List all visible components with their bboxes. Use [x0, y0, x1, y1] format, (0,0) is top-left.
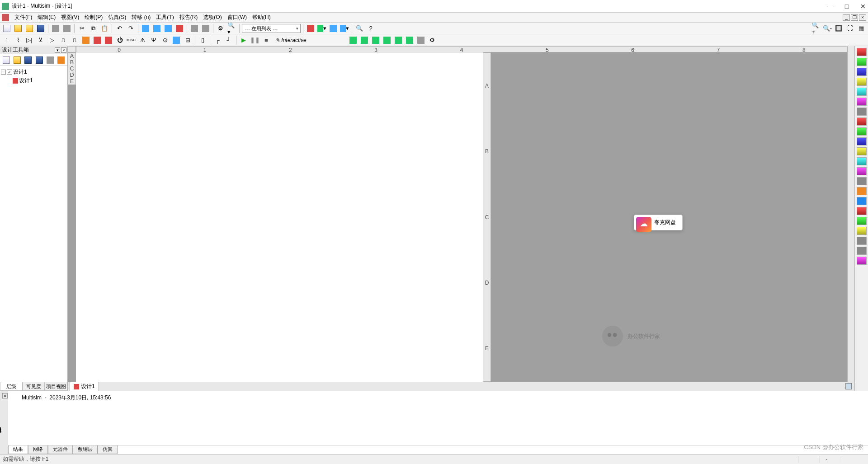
print-preview-button[interactable] — [62, 23, 72, 33]
open-sample-button[interactable] — [24, 23, 34, 33]
panel-refresh-button[interactable] — [57, 55, 66, 65]
analysis-button-3[interactable] — [371, 35, 381, 45]
grapher-button[interactable] — [175, 23, 184, 33]
pause-button[interactable]: ❚❚ — [250, 35, 260, 45]
panel-rename-button[interactable] — [45, 55, 55, 65]
zoom-area-button[interactable]: 🔲 — [834, 23, 844, 33]
analysis-button-4[interactable] — [382, 35, 392, 45]
mdi-close-button[interactable]: × — [859, 14, 866, 21]
new-button[interactable] — [2, 23, 12, 33]
canvas-tab-design1[interactable]: 设计1 — [70, 382, 99, 391]
analysis-button-7[interactable] — [416, 35, 426, 45]
place-transistor-button[interactable]: ⊻ — [36, 35, 46, 45]
menu-file[interactable]: 文件(F) — [12, 13, 35, 22]
run-button[interactable]: ▶ — [239, 35, 249, 45]
zoom-in-button[interactable]: 🔍+ — [811, 23, 821, 33]
place-rf-button[interactable]: Ψ — [149, 35, 159, 45]
analysis-button-5[interactable] — [393, 35, 403, 45]
sstab-components[interactable]: 元器件 — [48, 445, 73, 454]
schematic-sheet[interactable] — [76, 52, 483, 382]
place-ni-button[interactable] — [171, 35, 181, 45]
erc-button[interactable] — [306, 23, 316, 33]
sstab-nets[interactable]: 网络 — [28, 445, 48, 454]
ultiboard-export-button[interactable]: ▾ — [317, 23, 327, 33]
toggle-grid-button[interactable] — [141, 23, 151, 33]
toggle-border-button[interactable] — [152, 23, 162, 33]
analysis-button-6[interactable] — [405, 35, 415, 45]
instrument-distortion-analyzer[interactable] — [857, 157, 867, 165]
panel-pin-button[interactable]: ▾ — [55, 47, 60, 53]
tab-hierarchy[interactable]: 层级 — [0, 382, 23, 391]
menu-simulate[interactable]: 仿真(S) — [105, 13, 129, 22]
find-button[interactable]: 🔍 — [354, 23, 364, 33]
copy-button[interactable]: ⧉ — [88, 23, 98, 33]
full-screen-button[interactable]: ▦ — [856, 23, 866, 33]
instrument-ni-elvis[interactable] — [857, 237, 867, 245]
instrument-spectrum-analyzer[interactable] — [857, 167, 867, 175]
menu-place[interactable]: 绘制(P) — [82, 13, 105, 22]
place-hierarchical-button[interactable]: ┌ — [212, 35, 222, 45]
spreadsheet-button[interactable] — [189, 23, 199, 33]
back-annotate-button[interactable]: ▾ — [340, 23, 349, 33]
instrument-iv-analyzer[interactable] — [857, 147, 867, 155]
sstab-results[interactable]: 结果 — [8, 445, 28, 454]
canvas-tab-overflow-button[interactable] — [845, 383, 852, 389]
save-button[interactable] — [36, 23, 46, 33]
place-analog-button[interactable]: ▷ — [47, 35, 57, 45]
place-indicator-button[interactable] — [104, 35, 113, 45]
db-manager-button[interactable] — [201, 23, 211, 33]
instrument-agilent-osc[interactable] — [857, 207, 867, 215]
menu-options[interactable]: 选项(O) — [200, 13, 224, 22]
maximize-button[interactable]: □ — [844, 3, 850, 9]
paste-button[interactable]: 📋 — [99, 23, 109, 33]
menu-window[interactable]: 窗口(W) — [225, 13, 250, 22]
instrument-agilent-mm[interactable] — [857, 197, 867, 205]
close-button[interactable]: ✕ — [860, 3, 866, 9]
panel-open-button[interactable] — [12, 55, 22, 65]
schematic-canvas[interactable]: A B C D E — [76, 52, 847, 382]
component-search-button[interactable]: 🔍▾ — [227, 23, 237, 33]
instrument-multimeter[interactable] — [857, 48, 867, 56]
sstab-simulation[interactable]: 仿真 — [98, 445, 118, 454]
place-source-button[interactable]: ÷ — [2, 35, 12, 45]
place-misc-digital-button[interactable] — [81, 35, 91, 45]
settings-button[interactable]: ⚙ — [427, 35, 437, 45]
place-advanced-button[interactable]: ⩚ — [137, 35, 147, 45]
vertical-scrollbar[interactable] — [847, 46, 854, 382]
instrument-current-probe[interactable] — [857, 247, 867, 255]
place-connector-button[interactable]: ⊟ — [183, 35, 193, 45]
undo-button[interactable]: ↶ — [114, 23, 124, 33]
tab-project-view[interactable]: 项目视图 — [45, 382, 67, 391]
place-electromech-button[interactable]: ⊙ — [160, 35, 170, 45]
spreadsheet-close-button[interactable]: × — [2, 393, 8, 398]
place-diode-button[interactable]: ▷| — [24, 35, 34, 45]
cut-button[interactable]: ✂ — [77, 23, 87, 33]
place-power-button[interactable]: ⏻ — [115, 35, 125, 45]
place-misc-button[interactable]: MISC — [126, 35, 136, 45]
menu-tools[interactable]: 工具(T) — [153, 13, 176, 22]
tree-child-row[interactable]: 设计1 — [1, 76, 66, 85]
instrument-labview[interactable] — [857, 227, 867, 235]
mdi-minimize-button[interactable]: _ — [843, 14, 850, 21]
instrument-4ch-oscilloscope[interactable] — [857, 88, 867, 96]
kuake-disk-popup[interactable]: 夸克网盘 — [634, 215, 683, 230]
sheet-properties-button[interactable] — [163, 23, 173, 33]
tree-expander[interactable]: − — [1, 70, 6, 75]
instrument-measurement-probe[interactable] — [857, 257, 867, 265]
help-button[interactable]: ? — [366, 23, 376, 33]
instrument-network-analyzer[interactable] — [857, 177, 867, 185]
mdi-restore-button[interactable]: ❐ — [851, 14, 858, 21]
open-button[interactable] — [13, 23, 23, 33]
analysis-button-2[interactable] — [359, 35, 369, 45]
instrument-word-generator[interactable] — [857, 117, 867, 126]
sstab-copper[interactable]: 敷铜层 — [73, 445, 98, 454]
menu-edit[interactable]: 编辑(E) — [35, 13, 58, 22]
interactive-label[interactable]: ✎ Interactive — [273, 37, 309, 43]
forward-annotate-button[interactable] — [328, 23, 338, 33]
redo-button[interactable]: ↷ — [126, 23, 136, 33]
place-ttl-button[interactable]: ⎍ — [58, 35, 68, 45]
instrument-tek-osc[interactable] — [857, 217, 867, 225]
place-basic-button[interactable]: ⌇ — [13, 35, 23, 45]
print-button[interactable] — [51, 23, 61, 33]
zoom-fit-button[interactable]: ⛶ — [845, 23, 855, 33]
